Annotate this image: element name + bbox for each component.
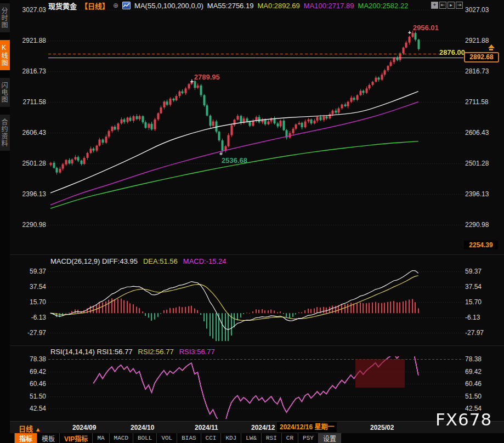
chart-tool-icons: +⇤▸⇥ [431, 2, 463, 9]
toolbar-item-VOL[interactable]: VOL [157, 433, 177, 443]
price-axis-label-right: 2290.98 [465, 221, 497, 229]
macd-axis-label-left: 15.70 [14, 298, 46, 306]
toolbar-item-设置[interactable]: 设置 [319, 433, 341, 443]
price-axis-label-right: 2711.58 [465, 98, 497, 106]
rsi2-label: RSI2:56.77 [138, 348, 174, 356]
move-icon[interactable]: + [431, 2, 438, 9]
toolbar-item-模板[interactable]: 模板 [37, 433, 60, 443]
price-axis-label-left: 2606.43 [14, 129, 46, 137]
chart-header: 现货黄金 【日线】 ⊕ MA(55,0,100,200,0,0) MA55:27… [48, 1, 408, 10]
left-sidebar: 分时图 K线图 闪电图 合约资料 [0, 0, 10, 443]
date-axis-label: 2024/10 [131, 424, 154, 431]
nov-low-cross-marker: + [218, 150, 224, 157]
macd-axis-label-right: -27.97 [465, 329, 497, 337]
charting-app: 分时图 K线图 闪电图 合约资料 现货黄金 【日线】 ⊕ MA(55,0,100… [0, 0, 504, 443]
go-to-end-icon[interactable]: ⇥ [456, 2, 463, 9]
rsi-axis-label-left: 60.46 [14, 380, 46, 388]
pane-divider [10, 254, 504, 255]
last-price-box: 2892.68 [464, 52, 499, 63]
toolbar-item-BOLL[interactable]: BOLL [133, 433, 157, 443]
oct-high-annotation: 2789.95 [194, 73, 220, 81]
swing-high-cross-marker: + [407, 29, 412, 36]
macd-dea-label: DEA:51.56 [143, 257, 178, 265]
ma-settings-label: MA(55,0,100,200,0,0) [134, 2, 203, 10]
price-axis-label-right: 2396.13 [465, 190, 497, 198]
date-axis-label: 2025/02 [370, 424, 394, 431]
price-axis-label-left: 2290.98 [14, 221, 46, 229]
rsi-header: RSI(14,14,14) RSI1:56.77 RSI2:56.77 RSI3… [50, 348, 215, 356]
toolbar-item-BIAS[interactable]: BIAS [177, 433, 201, 443]
macd-axis-label-left: -27.97 [14, 329, 46, 337]
price-axis-label-left: 2921.88 [14, 37, 46, 44]
rsi-overbought-zone [355, 359, 405, 388]
period-tag[interactable]: 【日线】 [81, 1, 109, 11]
toolbar-item-CCI[interactable]: CCI [201, 433, 222, 443]
date-axis-label: 2024/09 [72, 424, 96, 431]
rsi1-label: RSI(14,14,14) RSI1:56.77 [50, 348, 133, 356]
oct-high-cross-marker: + [189, 78, 195, 84]
price-axis-label-right: 2816.73 [465, 67, 497, 75]
rsi-axis-label-left: 42.54 [14, 405, 46, 412]
toolbar-item-MA[interactable]: MA [93, 433, 109, 443]
macd-axis-label-right: -6.13 [465, 314, 497, 321]
toolbar-item-MACD[interactable]: MACD [110, 433, 133, 443]
sidebar-tab-timeshare[interactable]: 分时图 [0, 3, 10, 32]
macd-axis-label-right: 59.37 [465, 268, 497, 275]
rsi-axis-label-right: 60.46 [465, 380, 497, 388]
period-low-label: 2254.39 [464, 241, 498, 249]
sidebar-tab-lightning[interactable]: 闪电图 [0, 78, 10, 107]
rsi-axis-label-right: 78.38 [465, 355, 497, 363]
alert-line-label: 2876.00 [439, 48, 465, 56]
toolbar-item-RSI[interactable]: RSI [262, 433, 282, 443]
macd-axis-label-left: -6.13 [14, 314, 46, 321]
mini-chart-icon[interactable] [122, 2, 131, 9]
play-right-icon[interactable]: ▸ [448, 2, 455, 9]
symbol-title: 现货黄金 [48, 1, 77, 11]
price-axis-label-left: 2711.58 [14, 98, 46, 106]
rsi-axis-label-left: 51.50 [14, 393, 46, 400]
price-axis-label-right: 2501.28 [465, 160, 497, 167]
macd-macd-label: MACD:-15.24 [183, 257, 226, 265]
toolbar-item-VIP指标[interactable]: VIP指标 [60, 433, 93, 443]
toolbar-item-LW&[interactable]: LW& [241, 433, 262, 443]
period-arrow-icon: ▲ [35, 426, 41, 433]
toolbar-item-PSY[interactable]: PSY [298, 433, 319, 443]
price-axis-label-right: 2921.88 [465, 37, 497, 44]
price-axis-label-left: 2501.28 [14, 160, 46, 167]
ma200-value: MA200:2582.22 [358, 2, 409, 10]
macd-pane-canvas[interactable] [48, 266, 463, 341]
date-axis: 日线 ▲ 2024/092024/102024/112024/122025/02… [10, 421, 504, 434]
macd-header: MACD(26,12,9) DIFF:43.95 DEA:51.56 MACD:… [50, 257, 226, 265]
add-overlay-icon[interactable]: ⊕ [113, 2, 118, 9]
nov-low-annotation: 2536.68 [222, 156, 247, 164]
sidebar-tab-kline[interactable]: K线图 [0, 40, 10, 70]
macd-axis-label-right: 15.70 [465, 298, 497, 306]
pane-divider [10, 345, 504, 346]
toolbar-item-CR[interactable]: CR [282, 433, 298, 443]
macd-axis-label-left: 59.37 [14, 268, 46, 275]
toolbar-item-指标[interactable]: 指标 [14, 433, 37, 443]
sidebar-tab-contract-info[interactable]: 合约资料 [0, 115, 10, 151]
macd-diff-label: MACD(26,12,9) DIFF:43.95 [50, 257, 138, 265]
toolbar-item-KDJ[interactable]: KDJ [221, 433, 241, 443]
ma100-value: MA100:2717.89 [304, 2, 354, 10]
scroll-to-latest-icon[interactable] [488, 44, 495, 51]
main-price-chart-canvas[interactable] [48, 10, 463, 253]
rsi3-label: RSI3:56.77 [179, 348, 215, 356]
price-axis-label-right: 3027.03 [465, 6, 497, 14]
date-axis-label: 2024/11 [195, 424, 218, 431]
rsi-axis-label-left: 69.42 [14, 368, 46, 376]
indicator-toolbar: 指标模板VIP指标MAMACDBOLLVOLBIASCCIKDJLW&RSICR… [10, 433, 504, 443]
price-axis-label-left: 2396.13 [14, 190, 46, 198]
ma55-value: MA55:2756.19 [207, 2, 254, 10]
price-axis-label-right: 2606.43 [465, 129, 497, 137]
rsi-axis-label-right: 69.42 [465, 368, 497, 376]
ma0-value: MA0:2892.69 [257, 2, 299, 10]
zoom-axis-left-icon[interactable]: ⇤ [439, 2, 446, 9]
price-axis-label-left: 2816.73 [14, 67, 46, 75]
watermark: FX678 [435, 410, 492, 429]
crosshair-date-label: 2024/12/16 星期一 [277, 422, 337, 432]
price-axis-label-left: 3027.03 [14, 6, 46, 14]
period-selector[interactable]: 日线 ▲ [19, 423, 41, 434]
rsi-axis-label-right: 51.50 [465, 393, 497, 400]
